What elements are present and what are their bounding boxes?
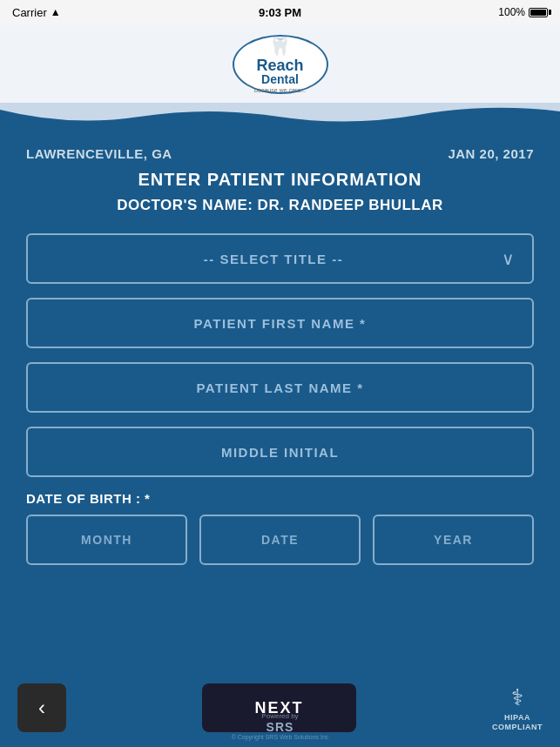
hipaa-line1: HIPAA bbox=[492, 713, 543, 723]
logo-container: 🦷 Reach Dental because we care... bbox=[0, 24, 560, 103]
main-content: LAWRENCEVILLE, GA JAN 20, 2017 ENTER PAT… bbox=[0, 134, 560, 565]
wave-divider bbox=[0, 103, 560, 134]
logo-reach: Reach bbox=[256, 57, 303, 73]
copyright-label: © Copyright SRS Web Solutions Inc bbox=[232, 734, 329, 740]
back-arrow-icon: ‹ bbox=[38, 696, 45, 720]
dob-date-input[interactable] bbox=[201, 533, 359, 547]
page-title: ENTER PATIENT INFORMATION bbox=[26, 170, 534, 190]
dob-row bbox=[26, 515, 534, 565]
logo-oval: 🦷 Reach Dental because we care... bbox=[233, 35, 328, 94]
logo-dental: Dental bbox=[261, 73, 299, 85]
location-date-row: LAWRENCEVILLE, GA JAN 20, 2017 bbox=[26, 134, 534, 170]
dob-label: DATE OF BIRTH : * bbox=[26, 491, 534, 506]
carrier-label: Carrier bbox=[12, 6, 47, 19]
dob-month-field[interactable] bbox=[26, 515, 187, 565]
hipaa-badge: ⚕ HIPAA COMPLIANT bbox=[492, 684, 543, 732]
select-title-label: -- SELECT TITLE -- bbox=[45, 252, 502, 266]
first-name-field[interactable] bbox=[26, 298, 534, 348]
location-label: LAWRENCEVILLE, GA bbox=[26, 146, 172, 161]
chevron-down-icon: ∨ bbox=[502, 248, 515, 269]
first-name-input[interactable] bbox=[45, 316, 515, 331]
wifi-icon: ▲ bbox=[51, 6, 61, 18]
header-area: 🦷 Reach Dental because we care... bbox=[0, 24, 560, 134]
bottom-bar: ‹ Powered by SRS © Copyright SRS Web Sol… bbox=[0, 669, 560, 747]
dob-date-field[interactable] bbox=[199, 515, 361, 565]
status-right: 100% bbox=[498, 6, 548, 18]
date-label: JAN 20, 2017 bbox=[448, 146, 534, 161]
middle-initial-field[interactable] bbox=[26, 427, 534, 477]
hipaa-icon: ⚕ bbox=[511, 684, 523, 711]
status-bar: Carrier ▲ 9:03 PM 100% bbox=[0, 0, 560, 24]
srs-label: SRS bbox=[232, 720, 329, 734]
battery-label: 100% bbox=[498, 6, 525, 18]
select-title-field[interactable]: -- SELECT TITLE -- ∨ bbox=[26, 233, 534, 284]
dob-year-field[interactable] bbox=[373, 515, 534, 565]
logo-tooth-icon: 🦷 bbox=[269, 36, 291, 57]
last-name-input[interactable] bbox=[45, 380, 515, 395]
hipaa-line2: COMPLIANT bbox=[492, 723, 543, 732]
back-button[interactable]: ‹ bbox=[17, 683, 66, 732]
middle-initial-input[interactable] bbox=[45, 445, 515, 460]
battery-icon bbox=[529, 8, 548, 17]
dob-month-input[interactable] bbox=[28, 533, 186, 547]
logo-tagline: because we care... bbox=[254, 87, 306, 93]
powered-by-label: Powered by bbox=[232, 712, 329, 720]
last-name-field[interactable] bbox=[26, 362, 534, 413]
dob-year-input[interactable] bbox=[374, 533, 532, 547]
status-time: 9:03 PM bbox=[259, 6, 301, 19]
doctor-name: DOCTOR'S NAME: DR. RANDEEP BHULLAR bbox=[26, 197, 534, 214]
